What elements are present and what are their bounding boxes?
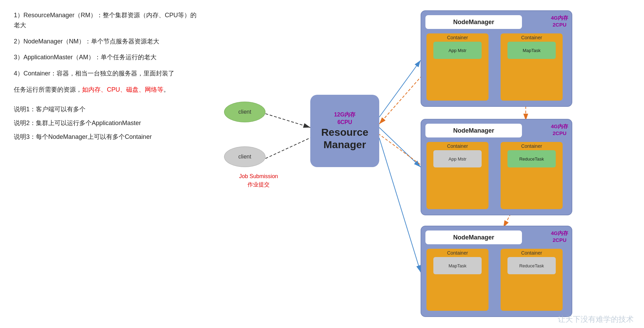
diagram-area: client client Job Submission 作业提交 12G内存6… [214, 0, 644, 328]
job-submission-line2: 作业提交 [224, 181, 293, 189]
nm2-mem-label: 4G内存2CPU [551, 123, 568, 136]
nm2-header: NodeManager [425, 124, 522, 137]
text-suffix-4b: 。 [163, 86, 170, 93]
client1-to-rm-line [265, 114, 310, 127]
job-submission-line1: Job Submission [224, 172, 293, 181]
rm-to-nm3-line [379, 138, 421, 272]
client2-oval: client [224, 146, 265, 167]
nm2-appmstr-label: App Mstr [449, 156, 466, 162]
nm2-reducetask-label: ReduceTask [519, 156, 544, 162]
nm1-maptask-label: MapTask [523, 48, 541, 53]
text-plain-4b: 任务运行所需要的资源， [14, 86, 82, 93]
nm1-header-text: NodeManager [453, 19, 494, 26]
note-1: 说明1：客户端可以有多个 [14, 105, 200, 113]
client1-oval: client [224, 102, 265, 122]
text-line-3: 3）ApplicationMaster（AM）：单个任务运行的老大 [14, 52, 200, 62]
nm1-mem-label: 4G内存2CPU [551, 14, 568, 28]
nm1-header: NodeManager [425, 15, 522, 29]
nm3-container2: Container ReduceTask [501, 249, 563, 311]
nm3-reducetask-box: ReduceTask [507, 257, 556, 274]
text-line-1: 1）ResourceManager（RM）：整个集群资源（内存、CPU等）的老大 [14, 10, 200, 30]
client2-label: client [238, 154, 251, 160]
nm2-header-text: NodeManager [453, 127, 494, 134]
nm3-box: NodeManager 4G内存2CPU Container MapTask C… [421, 226, 572, 317]
text-red-4b: 如内存、CPU、磁盘、网络等 [82, 86, 163, 93]
nm3-maptask-box: MapTask [433, 257, 482, 274]
nm3-header: NodeManager [425, 230, 522, 244]
rm-title: ResourceManager [321, 126, 369, 151]
nm3-reducetask-label: ReduceTask [519, 263, 544, 268]
left-panel: 1）ResourceManager（RM）：整个集群资源（内存、CPU等）的老大… [0, 0, 214, 328]
nm2-container1-label: Container [447, 143, 468, 149]
text-line-2: 2）NodeManager（NM）：单个节点服务器资源老大 [14, 37, 200, 47]
client2-to-rm-line [265, 138, 310, 158]
nm3-header-text: NodeManager [453, 234, 494, 241]
nm2-container2: Container ReduceTask [501, 142, 563, 209]
nm3-container1-label: Container [447, 250, 468, 256]
text-line-4b: 任务运行所需要的资源，如内存、CPU、磁盘、网络等。 [14, 85, 200, 95]
watermark: 让天下没有难学的技术 [558, 314, 634, 325]
nm2-reducetask-box: ReduceTask [507, 150, 556, 167]
text-line-4a: 4）Container：容器，相当一台独立的服务器，里面封装了 [14, 69, 200, 79]
resource-manager-box: 12G内存6CPU ResourceManager [310, 95, 379, 167]
nm1-container1: Container App Mstr [426, 33, 489, 101]
nm1-container2: Container MapTask [501, 33, 563, 101]
nm3-container1: Container MapTask [426, 249, 489, 311]
nm2-appmstr-box: App Mstr [433, 150, 482, 167]
client1-label: client [238, 109, 251, 115]
job-submission-label: Job Submission 作业提交 [224, 172, 293, 189]
rm-mem-label: 12G内存6CPU [334, 111, 355, 126]
nm2-container1: Container App Mstr [426, 142, 489, 209]
page-container: 1）ResourceManager（RM）：整个集群资源（内存、CPU等）的老大… [0, 0, 644, 328]
note-section: 说明1：客户端可以有多个 说明2：集群上可以运行多个ApplicationMas… [14, 105, 200, 141]
nm3-maptask-label: MapTask [449, 263, 466, 268]
nm1-box: NodeManager 4G内存2CPU Container App Mstr … [421, 10, 572, 107]
nm1-maptask-box: MapTask [507, 42, 556, 59]
rm-to-nm1-line [379, 60, 421, 117]
nm2-container2-label: Container [521, 143, 542, 149]
nm1-appmstr-label: App Mstr [449, 48, 466, 53]
nm1-appmstr-box: App Mstr [433, 42, 482, 59]
note-2: 说明2：集群上可以运行多个ApplicationMaster [14, 119, 200, 127]
note-3: 说明3：每个NodeManager上可以有多个Container [14, 133, 200, 141]
nm3-container2-label: Container [521, 250, 542, 256]
rm-to-nm2-line [379, 127, 421, 167]
nm2-box: NodeManager 4G内存2CPU Container App Mstr … [421, 119, 572, 215]
nm3-mem-label: 4G内存2CPU [551, 230, 568, 243]
nm1-container1-label: Container [447, 35, 468, 40]
nm1-container2-label: Container [521, 35, 542, 40]
